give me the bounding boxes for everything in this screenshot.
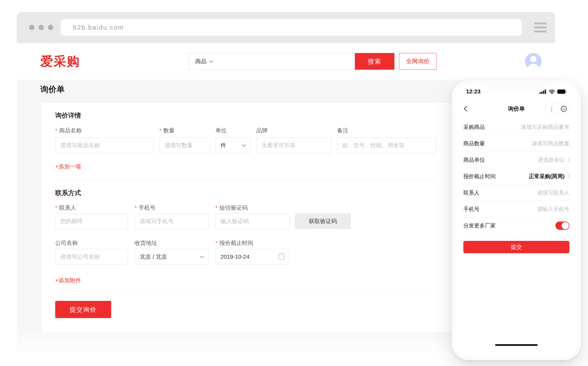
- contact-input[interactable]: [55, 213, 128, 229]
- section-divider: [55, 293, 437, 293]
- chevron-down-icon: [242, 142, 246, 147]
- page-title: 询价单: [40, 84, 65, 95]
- calendar-icon: [278, 254, 284, 260]
- user-avatar[interactable]: [525, 53, 542, 70]
- field-label-product-name: 商品名称: [55, 127, 82, 134]
- chevron-right-icon: [566, 158, 570, 162]
- window-controls[interactable]: [29, 25, 53, 30]
- miniprogram-capsule: ⋮ ×: [545, 104, 571, 114]
- phone-submit-button[interactable]: 提交: [463, 241, 569, 253]
- back-icon[interactable]: [463, 105, 469, 112]
- browser-chrome: b2b.baidu.com: [17, 12, 555, 43]
- quantity-input[interactable]: [159, 138, 210, 153]
- status-time: 12:23: [466, 88, 481, 95]
- row-value-with-chevron: 请选择单位: [538, 156, 569, 164]
- list-item-unit[interactable]: 商品单位 请选择单位: [463, 152, 569, 168]
- list-item-contact[interactable]: 联系人 请填写联系人: [463, 185, 569, 201]
- site-header: 爱采购 商品 搜索 全网询价: [17, 43, 555, 80]
- field-label-deadline: 报价截止时间: [215, 239, 253, 247]
- unit-select[interactable]: 件: [215, 138, 250, 153]
- get-code-button[interactable]: 获取验证码: [295, 213, 351, 229]
- add-attachment-link[interactable]: +添加附件: [55, 277, 81, 284]
- toggle-knob: [562, 222, 569, 229]
- field-label-quantity: 数量: [159, 127, 175, 134]
- field-label-brand: 品牌: [256, 127, 268, 134]
- url-text: b2b.baidu.com: [73, 24, 124, 31]
- list-item-product[interactable]: 采购商品 请填写采购商品要求: [463, 119, 569, 135]
- company-input[interactable]: [55, 249, 128, 265]
- notes-input[interactable]: [337, 138, 436, 153]
- list-item-quantity[interactable]: 商品数量 请填写商品数量: [463, 135, 569, 152]
- aicaigou-logo[interactable]: 爱采购: [40, 53, 80, 70]
- phone-status-bar: 12:23: [455, 88, 578, 95]
- phone-screen: 12:23: [455, 83, 578, 357]
- status-icons: [540, 89, 567, 94]
- address-value: 北京 / 北京: [140, 253, 167, 261]
- deadline-value: 2019-10-24: [220, 254, 249, 260]
- section-title-contact: 联系方式: [55, 189, 81, 197]
- list-item-deadline[interactable]: 报价截止时间 正常采购(两周): [463, 168, 569, 185]
- hamburger-menu-icon[interactable]: [534, 23, 547, 33]
- deadline-date-picker[interactable]: 2019-10-24: [215, 249, 289, 265]
- search-box: 商品 搜索: [188, 53, 394, 70]
- phone-nav-bar: 询价单 ⋮ ×: [455, 102, 578, 115]
- phone-mockup: 12:23: [452, 80, 581, 360]
- sms-code-input[interactable]: [215, 213, 289, 229]
- section-title-detail: 询价详情: [55, 111, 81, 120]
- field-label-unit: 单位: [215, 127, 227, 134]
- field-label-notes: 备注: [337, 127, 348, 134]
- row-placeholder: 请选择单位: [538, 156, 565, 164]
- add-item-link[interactable]: +添加一项: [55, 163, 81, 170]
- row-placeholder: 请输入手机号: [537, 206, 569, 213]
- capsule-divider: [558, 106, 558, 111]
- phone-input[interactable]: [135, 213, 209, 229]
- phone-form-list: 采购商品 请填写采购商品要求 商品数量 请填写商品数量 商品单位 请选择单位 报…: [463, 119, 569, 253]
- address-bar[interactable]: b2b.baidu.com: [61, 19, 522, 36]
- battery-icon: [557, 89, 567, 94]
- field-label-sms-code: 短信验证码: [215, 204, 248, 212]
- row-label: 报价截止时间: [463, 173, 496, 180]
- brand-input[interactable]: [256, 138, 331, 153]
- row-label: 商品单位: [463, 156, 485, 164]
- signal-icon: [540, 89, 547, 94]
- search-category-dropdown[interactable]: 商品: [189, 58, 217, 65]
- chevron-right-icon: [566, 174, 570, 178]
- chevron-down-icon: [209, 58, 214, 63]
- section-divider: [55, 181, 437, 181]
- distribute-toggle[interactable]: [555, 221, 569, 230]
- search-button[interactable]: 搜索: [355, 53, 394, 70]
- row-label: 联系人: [463, 189, 480, 196]
- field-label-contact: 联系人: [55, 204, 76, 212]
- list-item-phone[interactable]: 手机号 请输入手机号: [463, 201, 569, 217]
- chevron-down-icon: [200, 254, 204, 258]
- row-value: 正常采购(两周): [529, 173, 565, 180]
- wifi-icon: [549, 89, 555, 94]
- field-label-phone: 手机号: [135, 204, 156, 212]
- search-category-label: 商品: [195, 58, 206, 65]
- field-label-address: 收货地址: [135, 239, 157, 247]
- global-inquiry-button[interactable]: 全网询价: [399, 53, 437, 70]
- inquiry-form-card: 询价详情 商品名称 数量 单位 品牌 备注 件 +添加一项 联系方式 联系人 手…: [42, 103, 458, 332]
- row-label: 手机号: [463, 206, 480, 213]
- row-label: 采购商品: [463, 124, 485, 131]
- row-placeholder: 请填写联系人: [537, 189, 569, 196]
- row-placeholder: 请填写采购商品要求: [521, 124, 569, 131]
- row-placeholder: 请填写商品数量: [532, 140, 569, 147]
- address-select[interactable]: 北京 / 北京: [135, 249, 209, 265]
- list-item-distribute-toggle: 分发更多厂家: [463, 217, 569, 234]
- submit-inquiry-button[interactable]: 提交询价: [55, 301, 111, 318]
- row-label: 分发更多厂家: [463, 222, 496, 229]
- product-name-input[interactable]: [55, 138, 153, 153]
- close-icon[interactable]: ×: [561, 106, 567, 112]
- field-label-company: 公司名称: [55, 239, 78, 247]
- row-value-with-chevron: 正常采购(两周): [529, 173, 569, 180]
- unit-value: 件: [220, 142, 226, 149]
- row-label: 商品数量: [463, 140, 485, 147]
- home-indicator: [495, 344, 538, 346]
- more-icon[interactable]: ⋮: [549, 106, 555, 112]
